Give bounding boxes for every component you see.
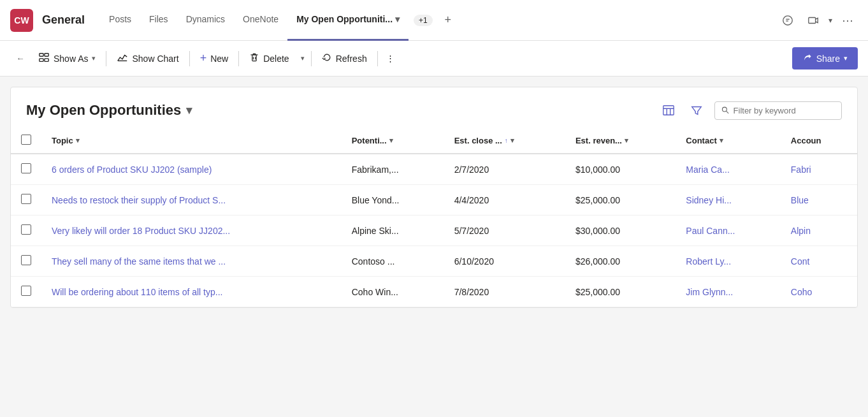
- header-est-close[interactable]: Est. close ... ↑ ▾: [444, 128, 565, 154]
- cell-topic[interactable]: 6 orders of Product SKU JJ202 (sample): [41, 154, 342, 185]
- show-chart-button[interactable]: Show Chart: [109, 47, 186, 71]
- header-est-revenue[interactable]: Est. reven... ▾: [565, 128, 676, 154]
- account-link[interactable]: Alpin: [791, 226, 811, 236]
- row-checkbox-cell[interactable]: [11, 154, 41, 185]
- more-options-button[interactable]: ⋯: [837, 10, 858, 31]
- svg-rect-12: [663, 106, 674, 115]
- divider-3: [238, 51, 239, 66]
- topic-link[interactable]: 6 orders of Product SKU JJ202 (sample): [52, 165, 212, 175]
- contact-link[interactable]: Robert Ly...: [686, 256, 731, 267]
- back-button[interactable]: ←: [10, 48, 31, 69]
- refresh-icon: [322, 52, 332, 65]
- show-as-chevron: ▾: [92, 54, 96, 62]
- cell-potential: Coho Win...: [342, 277, 444, 307]
- cell-est-revenue: $30,000.00: [565, 216, 676, 246]
- delete-chevron: ▾: [301, 54, 305, 62]
- search-icon: [721, 106, 730, 115]
- cell-account[interactable]: Blue: [781, 185, 857, 216]
- contact-link[interactable]: Jim Glynn...: [686, 287, 733, 297]
- show-as-icon: [38, 52, 50, 66]
- account-link[interactable]: Cont: [791, 256, 810, 267]
- table-header-row: Topic ▾ Potenti... ▾ Est. close ...: [11, 128, 857, 154]
- video-chevron[interactable]: ▾: [828, 16, 832, 25]
- contact-sort-icon: ▾: [720, 136, 723, 145]
- table-row: 6 orders of Product SKU JJ202 (sample) F…: [11, 154, 857, 185]
- cell-topic[interactable]: Very likely will order 18 Product SKU JJ…: [41, 216, 342, 246]
- filter-keyword-input[interactable]: [734, 106, 835, 115]
- tab-dynamics[interactable]: Dynamics: [177, 0, 234, 41]
- header-topic[interactable]: Topic ▾: [41, 128, 342, 154]
- cell-contact[interactable]: Robert Ly...: [676, 246, 780, 277]
- row-checkbox[interactable]: [21, 286, 31, 296]
- cell-account[interactable]: Fabri: [781, 154, 857, 185]
- avatar: CW: [10, 9, 33, 32]
- share-button[interactable]: Share ▾: [792, 47, 858, 70]
- cell-contact[interactable]: Sidney Hi...: [676, 185, 780, 216]
- account-link[interactable]: Coho: [791, 287, 812, 297]
- contact-link[interactable]: Paul Cann...: [686, 226, 735, 236]
- chat-icon-button[interactable]: [778, 10, 798, 31]
- share-icon: [802, 52, 813, 64]
- more-commands-button[interactable]: ⋮: [380, 48, 401, 69]
- nav-tabs: Posts Files Dynamics OneNote My Open Opp…: [100, 0, 778, 41]
- cell-contact[interactable]: Jim Glynn...: [676, 277, 780, 307]
- new-button[interactable]: + New: [192, 47, 236, 70]
- cell-contact[interactable]: Paul Cann...: [676, 216, 780, 246]
- svg-point-16: [722, 107, 727, 112]
- tab-onenote[interactable]: OneNote: [234, 0, 287, 41]
- tab-posts[interactable]: Posts: [100, 0, 140, 41]
- view-title-chevron[interactable]: ▾: [186, 103, 192, 117]
- row-checkbox[interactable]: [21, 255, 31, 265]
- topic-link[interactable]: Needs to restock their supply of Product…: [52, 195, 226, 205]
- tab-more[interactable]: +1: [409, 15, 438, 26]
- row-checkbox-cell[interactable]: [11, 216, 41, 246]
- topic-link[interactable]: They sell many of the same items that we…: [52, 256, 226, 267]
- cell-contact[interactable]: Maria Ca...: [676, 154, 780, 185]
- header-select-all[interactable]: [11, 128, 41, 154]
- cell-potential: Alpine Ski...: [342, 216, 444, 246]
- select-all-checkbox[interactable]: [21, 135, 31, 145]
- account-link[interactable]: Blue: [791, 195, 809, 205]
- est-revenue-sort-icon: ▾: [625, 136, 628, 145]
- app-title: General: [42, 13, 85, 27]
- topic-link[interactable]: Will be ordering about 110 items of all …: [52, 287, 222, 297]
- contact-link[interactable]: Maria Ca...: [686, 165, 729, 175]
- view-header: My Open Opportunities ▾: [11, 87, 857, 128]
- view-title: My Open Opportunities ▾: [26, 102, 192, 119]
- cell-account[interactable]: Alpin: [781, 216, 857, 246]
- cell-account[interactable]: Cont: [781, 246, 857, 277]
- refresh-button[interactable]: Refresh: [314, 47, 375, 70]
- cell-topic[interactable]: They sell many of the same items that we…: [41, 246, 342, 277]
- row-checkbox[interactable]: [21, 194, 31, 204]
- delete-button[interactable]: Delete: [242, 47, 296, 70]
- row-checkbox-cell[interactable]: [11, 185, 41, 216]
- topic-link[interactable]: Very likely will order 18 Product SKU JJ…: [52, 226, 230, 236]
- show-as-button[interactable]: Show As ▾: [31, 47, 103, 71]
- row-checkbox[interactable]: [21, 163, 31, 173]
- potential-sort-icon: ▾: [389, 136, 393, 145]
- account-link[interactable]: Fabri: [791, 165, 811, 175]
- delete-dropdown-button[interactable]: ▾: [297, 49, 308, 68]
- row-checkbox-cell[interactable]: [11, 277, 41, 307]
- video-icon-button[interactable]: [803, 10, 823, 31]
- tab-opportunities[interactable]: My Open Opportuniti... ▾: [287, 0, 409, 41]
- cell-account[interactable]: Coho: [781, 277, 857, 307]
- cell-topic[interactable]: Will be ordering about 110 items of all …: [41, 277, 342, 307]
- row-checkbox-cell[interactable]: [11, 246, 41, 277]
- cell-potential: Blue Yond...: [342, 185, 444, 216]
- row-checkbox[interactable]: [21, 224, 31, 235]
- filter-search[interactable]: [714, 101, 842, 120]
- contact-link[interactable]: Sidney Hi...: [686, 195, 732, 205]
- table-container[interactable]: Topic ▾ Potenti... ▾ Est. close ...: [11, 128, 857, 307]
- header-potential[interactable]: Potenti... ▾: [342, 128, 444, 154]
- add-tab-button[interactable]: +: [438, 10, 458, 31]
- header-account[interactable]: Accoun: [781, 128, 857, 154]
- filter-icon-button[interactable]: [686, 100, 707, 121]
- header-contact[interactable]: Contact ▾: [676, 128, 780, 154]
- divider-1: [106, 51, 106, 66]
- tab-files[interactable]: Files: [140, 0, 177, 41]
- est-close-chevron: ▾: [510, 136, 514, 145]
- cell-topic[interactable]: Needs to restock their supply of Product…: [41, 185, 342, 216]
- column-settings-icon-button[interactable]: [658, 100, 679, 121]
- divider-4: [311, 51, 312, 66]
